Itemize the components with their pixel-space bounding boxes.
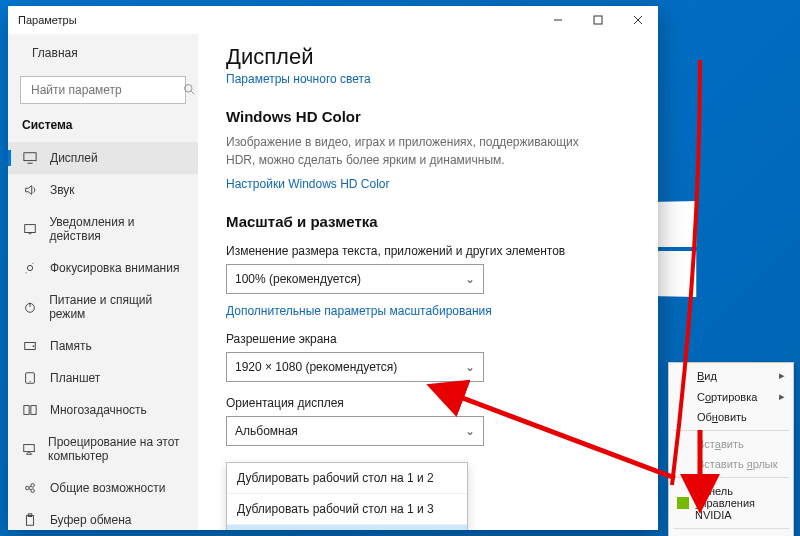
sidebar-item-label: Планшет [50,371,100,385]
sidebar-item-shared[interactable]: Общие возможности [8,472,198,504]
resolution-label: Разрешение экрана [226,332,630,346]
orientation-label: Ориентация дисплея [226,396,630,410]
hdcolor-link[interactable]: Настройки Windows HD Color [226,177,630,191]
home-button[interactable]: Главная [8,38,198,68]
sidebar-group-label: Система [8,114,198,142]
svg-point-15 [31,489,35,493]
settings-window: Параметры Главная Система ДисплейЗвукУве… [8,6,658,530]
ctx-paste-shortcut: Вставить ярлык [669,454,793,474]
storage-icon [22,339,38,353]
svg-rect-11 [31,406,36,415]
desktop-context-menu: Вид▸ Сортировка▸ Обновить Вставить Встав… [668,362,794,536]
svg-point-9 [29,381,30,382]
ctx-sort[interactable]: Сортировка▸ [669,386,793,407]
clipboard-icon [22,513,38,527]
minimize-button[interactable] [538,6,578,34]
sidebar: Главная Система ДисплейЗвукУведомления и… [8,34,198,530]
sidebar-nav: ДисплейЗвукУведомления и действияФокусир… [8,142,198,530]
sidebar-item-multitask[interactable]: Многозадачность [8,394,198,426]
svg-point-4 [27,265,32,270]
ctx-paste: Вставить [669,434,793,454]
sidebar-item-storage[interactable]: Память [8,330,198,362]
chevron-down-icon: ⌄ [465,272,475,286]
sidebar-item-sound[interactable]: Звук [8,174,198,206]
hdcolor-heading: Windows HD Color [226,108,630,125]
svg-rect-2 [24,153,36,161]
ctx-nvidia[interactable]: Панель управления NVIDIA [669,481,793,525]
text-size-label: Изменение размера текста, приложений и д… [226,244,630,258]
content-area[interactable]: Дисплей Параметры ночного света Windows … [198,34,658,530]
dropdown-option[interactable]: Дублировать рабочий стол на 1 и 3 [227,493,467,524]
shared-icon [22,481,38,495]
multiple-displays-dropdown[interactable]: Дублировать рабочий стол на 1 и 2 Дублир… [226,462,468,530]
svg-rect-0 [594,16,602,24]
text-size-value: 100% (рекомендуется) [235,272,361,286]
resolution-combo[interactable]: 1920 × 1080 (рекомендуется) ⌄ [226,352,484,382]
nvidia-icon [677,497,689,509]
svg-rect-12 [24,445,35,452]
sidebar-item-notify[interactable]: Уведомления и действия [8,206,198,252]
svg-rect-16 [27,516,34,526]
dropdown-option[interactable]: Дублировать рабочий стол на 1 и 2 [227,463,467,493]
sidebar-item-label: Проецирование на этот компьютер [48,435,184,463]
titlebar: Параметры [8,6,658,34]
sidebar-item-label: Фокусировка внимания [50,261,179,275]
svg-point-14 [31,484,35,488]
ctx-refresh[interactable]: Обновить [669,407,793,427]
sidebar-item-label: Многозадачность [50,403,147,417]
svg-rect-20 [677,497,689,509]
sidebar-item-label: Память [50,339,92,353]
advanced-scaling-link[interactable]: Дополнительные параметры масштабирования [226,304,630,318]
sidebar-item-label: Уведомления и действия [49,215,184,243]
hdcolor-desc: Изображение в видео, играх и приложениях… [226,133,586,169]
orientation-combo[interactable]: Альбомная ⌄ [226,416,484,446]
sidebar-item-label: Буфер обмена [50,513,132,527]
chevron-down-icon: ⌄ [465,360,475,374]
chevron-down-icon: ⌄ [465,424,475,438]
orientation-value: Альбомная [235,424,298,438]
sidebar-item-label: Дисплей [50,151,98,165]
sidebar-item-focus[interactable]: Фокусировка внимания [8,252,198,284]
maximize-button[interactable] [578,6,618,34]
project-icon [22,442,36,456]
sidebar-item-clipboard[interactable]: Буфер обмена [8,504,198,530]
scale-heading: Масштаб и разметка [226,213,630,230]
page-title: Дисплей [226,44,630,70]
search-box[interactable] [20,76,186,104]
ctx-view[interactable]: Вид▸ [669,365,793,386]
svg-point-7 [33,345,35,347]
home-label: Главная [32,46,78,60]
window-title: Параметры [18,14,77,26]
power-icon [22,300,37,314]
resolution-value: 1920 × 1080 (рекомендуется) [235,360,397,374]
tablet-icon [22,371,38,385]
close-button[interactable] [618,6,658,34]
sidebar-item-display[interactable]: Дисплей [8,142,198,174]
multitask-icon [22,403,38,417]
sidebar-item-label: Питание и спящий режим [49,293,184,321]
svg-point-1 [185,84,193,92]
sidebar-item-label: Звук [50,183,75,197]
sidebar-item-tablet[interactable]: Планшет [8,362,198,394]
sound-icon [22,183,38,197]
svg-rect-3 [24,225,35,233]
search-input[interactable] [29,82,183,98]
ctx-create[interactable]: Создать▸ [669,532,793,536]
search-icon [183,83,195,98]
svg-rect-10 [24,406,29,415]
text-size-combo[interactable]: 100% (рекомендуется) ⌄ [226,264,484,294]
focus-icon [22,261,38,275]
night-light-link[interactable]: Параметры ночного света [226,72,371,86]
sidebar-item-label: Общие возможности [50,481,165,495]
display-icon [22,151,38,165]
dropdown-option-selected[interactable]: Расширить рабочий стол на этот экран [227,524,467,530]
notify-icon [22,222,37,236]
sidebar-item-project[interactable]: Проецирование на этот компьютер [8,426,198,472]
sidebar-item-power[interactable]: Питание и спящий режим [8,284,198,330]
svg-point-13 [26,486,30,490]
